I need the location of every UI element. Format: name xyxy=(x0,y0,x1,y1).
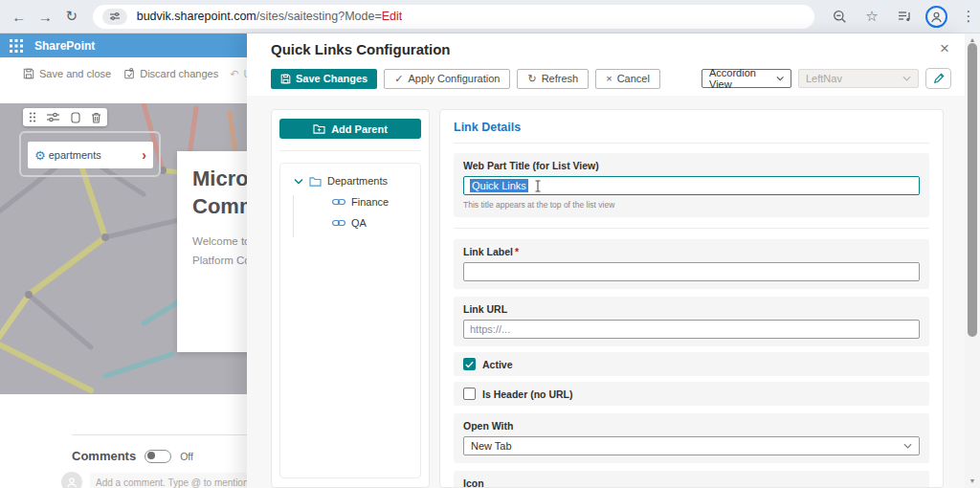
x-icon: × xyxy=(606,73,612,84)
delete-icon[interactable] xyxy=(91,112,101,123)
edit-properties-icon[interactable] xyxy=(47,112,59,122)
folder-plus-icon xyxy=(313,123,325,134)
panel-body: Add Parent Departments xyxy=(247,96,965,488)
scroll-down-icon[interactable]: ▼ xyxy=(965,477,980,484)
profile-avatar[interactable] xyxy=(925,6,947,28)
page-subtitle-line2: Platform Comm xyxy=(192,251,247,270)
reload-icon[interactable]: ↻ xyxy=(60,5,83,28)
save-changes-button[interactable]: Save Changes xyxy=(271,69,377,89)
page-subtitle-line1: Welcome to M xyxy=(192,232,247,251)
link-label-input[interactable] xyxy=(463,262,920,281)
check-icon xyxy=(465,361,474,368)
waffle-icon[interactable] xyxy=(10,39,23,53)
browser-menu-icon[interactable]: ⋮ xyxy=(957,5,980,28)
address-bar[interactable]: budvik.sharepoint.com/sites/saitesting?M… xyxy=(93,5,814,29)
edit-list-button[interactable] xyxy=(925,68,951,89)
duplicate-icon[interactable] xyxy=(71,112,80,123)
comments-heading: Comments xyxy=(72,449,136,463)
close-icon[interactable]: × xyxy=(940,40,949,56)
discard-icon xyxy=(123,68,135,79)
form-divider xyxy=(454,143,929,144)
accordion-link-item[interactable]: ⚙ epartments › xyxy=(28,142,153,168)
drag-handle-icon[interactable] xyxy=(29,112,36,122)
toggle-knob xyxy=(147,452,155,459)
active-checkbox[interactable] xyxy=(463,358,476,370)
gear-icon: ⚙ xyxy=(34,149,46,162)
sharepoint-page-background: SharePoint Save and close Discard change… xyxy=(0,33,247,488)
webpart-title-hint: This title appears at the top of the lis… xyxy=(463,200,920,210)
url-path: /sites/saitesting?Mode= xyxy=(256,10,382,23)
tree-connector-line xyxy=(293,195,294,237)
view-mode-dropdown[interactable]: Accordion View xyxy=(702,69,791,88)
comment-input[interactable]: Add a comment. Type @ to mention som xyxy=(90,473,247,488)
chevron-right-icon: › xyxy=(142,147,146,163)
discard-changes-button[interactable]: Discard changes xyxy=(123,68,218,79)
open-with-dropdown[interactable]: New Tab xyxy=(463,436,920,455)
link-label-field-group: Link Label* xyxy=(454,239,929,289)
site-info-icon[interactable] xyxy=(102,9,127,25)
link-url-field-group: Link URL https://... xyxy=(454,297,929,346)
page-title-line2: Commu xyxy=(192,192,247,220)
url-highlight: Edit xyxy=(382,10,403,23)
active-checkbox-row[interactable]: Active xyxy=(454,352,929,376)
sharepoint-suite-bar: SharePoint xyxy=(0,33,247,57)
url-text: budvik.sharepoint.com/sites/saitesting?M… xyxy=(137,10,403,23)
open-with-value: New Tab xyxy=(471,440,512,452)
undo-icon: ↶ xyxy=(230,68,238,80)
save-icon xyxy=(280,74,291,84)
save-and-close-button[interactable]: Save and close xyxy=(23,68,111,79)
chevron-down-icon[interactable] xyxy=(294,178,303,185)
refresh-icon: ↻ xyxy=(527,73,536,85)
link-url-label: Link URL xyxy=(463,303,920,315)
save-icon xyxy=(23,68,34,79)
reading-list-icon[interactable] xyxy=(893,5,916,28)
link-url-input[interactable]: https://... xyxy=(463,320,920,339)
pencil-icon xyxy=(933,73,945,84)
zoom-icon[interactable] xyxy=(828,5,851,28)
sidebar-divider xyxy=(279,150,421,151)
chevron-down-icon xyxy=(902,76,911,81)
link-details-form: Link Details Web Part Title (for List Vi… xyxy=(439,109,944,488)
page-title-card: Micros Commu Welcome to M Platform Comm xyxy=(177,151,247,352)
apply-configuration-button[interactable]: ✓ Apply Configuration xyxy=(384,69,510,89)
webpart-title-input[interactable]: Quick Links xyxy=(463,176,920,195)
scrollbar-thumb[interactable] xyxy=(968,43,977,337)
is-header-label: Is Header (no URL) xyxy=(482,388,573,400)
quick-links-config-panel: Quick Links Configuration × Save Changes… xyxy=(247,33,965,488)
active-label: Active xyxy=(482,359,513,370)
refresh-button[interactable]: ↻ Refresh xyxy=(517,69,589,89)
chevron-down-icon xyxy=(776,76,784,81)
sharepoint-brand: SharePoint xyxy=(34,39,95,53)
page-scrollbar[interactable]: ▲ ▼ xyxy=(965,33,980,488)
add-parent-button[interactable]: Add Parent xyxy=(279,119,421,139)
save-and-close-label: Save and close xyxy=(39,68,111,79)
comments-divider xyxy=(72,434,247,435)
tree-item-departments[interactable]: Departments xyxy=(286,175,414,187)
page-title-line1: Micros xyxy=(192,165,247,192)
webpart-title-label: Web Part Title (for List View) xyxy=(463,160,920,171)
link-icon xyxy=(332,198,345,206)
discard-changes-label: Discard changes xyxy=(140,68,218,79)
link-label-label: Link Label xyxy=(463,246,513,257)
comment-avatar xyxy=(61,472,82,488)
is-header-checkbox[interactable] xyxy=(463,388,476,400)
comments-toggle[interactable] xyxy=(145,450,171,463)
form-heading: Link Details xyxy=(454,121,929,134)
is-header-checkbox-row[interactable]: Is Header (no URL) xyxy=(454,382,929,406)
tree-item-finance[interactable]: Finance xyxy=(286,196,414,208)
forward-icon[interactable]: → xyxy=(34,5,57,28)
scroll-up-icon[interactable]: ▲ xyxy=(965,36,980,43)
edit-command-bar: Save and close Discard changes ↶ Undo xyxy=(0,57,247,90)
link-tree-sidebar: Add Parent Departments xyxy=(271,109,430,488)
panel-title: Quick Links Configuration xyxy=(271,41,451,57)
nav-list-dropdown: LeftNav xyxy=(798,69,919,88)
undo-button[interactable]: ↶ Undo xyxy=(230,68,247,80)
cancel-button[interactable]: × Cancel xyxy=(595,69,660,89)
comments-toggle-state: Off xyxy=(180,451,193,462)
tree-item-qa[interactable]: QA xyxy=(286,217,414,229)
accordion-link-label: epartments xyxy=(49,149,143,161)
bookmark-star-icon[interactable]: ☆ xyxy=(860,5,883,28)
back-icon[interactable]: ← xyxy=(8,5,31,28)
chevron-down-icon xyxy=(903,443,912,449)
icon-field-group: Icon Link xyxy=(454,471,929,488)
